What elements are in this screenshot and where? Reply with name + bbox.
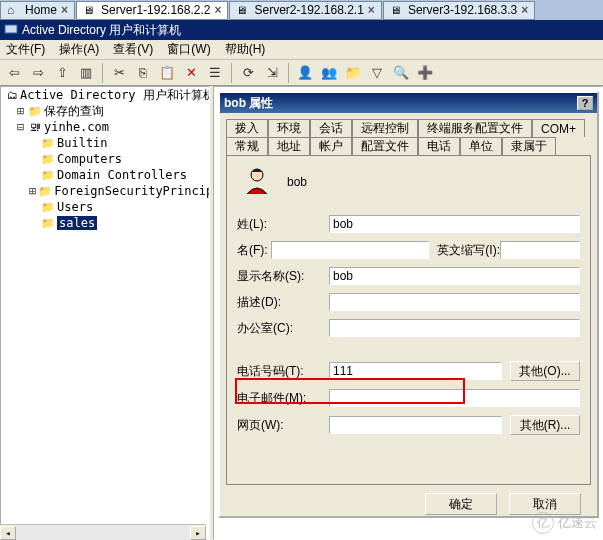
tab-container: 拨入 环境 会话 远程控制 终端服务配置文件 COM+ 常规 地址 帐户 配置文…: [226, 119, 591, 485]
close-icon[interactable]: ×: [61, 3, 68, 17]
refresh-button[interactable]: ⟳: [238, 63, 258, 83]
delete-button[interactable]: ✕: [181, 63, 201, 83]
tab-env[interactable]: 环境: [268, 119, 310, 137]
separator: [231, 63, 232, 83]
web-other-button[interactable]: 其他(R)...: [510, 415, 580, 435]
description-label: 描述(D):: [237, 294, 329, 311]
tab-com[interactable]: COM+: [532, 119, 585, 137]
initials-label: 英文缩写(I):: [437, 242, 500, 259]
server-icon: [83, 3, 97, 17]
scroll-track[interactable]: [16, 526, 190, 540]
expand-icon[interactable]: ⊞: [29, 184, 36, 198]
field-firstname: 名(F): 英文缩写(I):: [237, 241, 580, 259]
firstname-input[interactable]: [271, 241, 429, 259]
tree-saved-queries[interactable]: ⊞ 📁 保存的查询: [1, 103, 209, 119]
tab-phone-label: 电话: [427, 138, 451, 155]
field-email: 电子邮件(M):: [237, 389, 580, 407]
tab-row-front: 常规 地址 帐户 配置文件 电话 单位 隶属于: [226, 137, 591, 155]
new-group-button[interactable]: 👥: [319, 63, 339, 83]
tree-builtin[interactable]: 📁 Builtin: [1, 135, 209, 151]
tab-ts[interactable]: 终端服务配置文件: [418, 119, 532, 137]
close-icon[interactable]: ×: [214, 3, 221, 17]
back-button[interactable]: ⇦: [4, 63, 24, 83]
tab-remote[interactable]: 远程控制: [352, 119, 418, 137]
watermark-text: 亿速云: [558, 514, 597, 532]
tree-users[interactable]: 📁 Users: [1, 199, 209, 215]
tree-domain[interactable]: ⊟ 🖳 yinhe.com: [1, 119, 209, 135]
cut-button[interactable]: ✂: [109, 63, 129, 83]
tree-dcs[interactable]: 📁 Domain Controllers: [1, 167, 209, 183]
menu-help[interactable]: 帮助(H): [225, 41, 266, 58]
tree-fsp[interactable]: ⊞ 📁 ForeignSecurityPrincipals: [1, 183, 209, 199]
scroll-right-button[interactable]: ▸: [190, 526, 206, 540]
tab-server3-label: Server3-192.168.3.3: [408, 3, 517, 17]
description-input[interactable]: [329, 293, 580, 311]
menu-view[interactable]: 查看(V): [113, 41, 153, 58]
tab-address[interactable]: 地址: [268, 137, 310, 155]
tree-root[interactable]: 🗂 Active Directory 用户和计算机: [1, 87, 209, 103]
dialog-body: 拨入 环境 会话 远程控制 终端服务配置文件 COM+ 常规 地址 帐户 配置文…: [220, 113, 597, 516]
tree-fsp-label: ForeignSecurityPrincipals: [54, 184, 210, 198]
tree-sales[interactable]: 📁 sales: [1, 215, 209, 231]
user-display-name: bob: [287, 175, 307, 189]
folder-icon: 📁: [28, 104, 42, 118]
tab-server2-label: Server2-192.168.2.1: [254, 3, 363, 17]
paste-button[interactable]: 📋: [157, 63, 177, 83]
expand-icon[interactable]: ⊞: [15, 104, 26, 118]
close-icon[interactable]: ×: [521, 3, 528, 17]
tab-phone[interactable]: 电话: [418, 137, 460, 155]
scroll-left-button[interactable]: ◂: [0, 526, 16, 540]
displayname-input[interactable]: [329, 267, 580, 285]
tab-server2[interactable]: Server2-192.168.2.1 ×: [229, 1, 381, 20]
initials-input[interactable]: [500, 241, 580, 259]
tab-org[interactable]: 单位: [460, 137, 502, 155]
ou-icon: 📁: [41, 168, 55, 182]
phone-input[interactable]: [329, 362, 502, 380]
tab-home-label: Home: [25, 3, 57, 17]
up-button[interactable]: ⇧: [52, 63, 72, 83]
find-button[interactable]: 🔍: [391, 63, 411, 83]
email-input[interactable]: [329, 389, 580, 407]
tab-profile-label: 配置文件: [361, 138, 409, 155]
lastname-input[interactable]: [329, 215, 580, 233]
menu-file[interactable]: 文件(F): [6, 41, 45, 58]
export-button[interactable]: ⇲: [262, 63, 282, 83]
phone-other-button[interactable]: 其他(O)...: [510, 361, 580, 381]
close-icon[interactable]: ×: [368, 3, 375, 17]
show-hide-button[interactable]: ▥: [76, 63, 96, 83]
office-input[interactable]: [329, 319, 580, 337]
watermark-icon: 亿: [532, 512, 554, 534]
separator: [102, 63, 103, 83]
tree-users-label: Users: [57, 200, 93, 214]
tab-home[interactable]: Home ×: [0, 1, 75, 20]
filter-button[interactable]: ▽: [367, 63, 387, 83]
tree-computers[interactable]: 📁 Computers: [1, 151, 209, 167]
tab-profile[interactable]: 配置文件: [352, 137, 418, 155]
ok-button[interactable]: 确定: [425, 493, 497, 515]
tree-saved-label: 保存的查询: [44, 103, 104, 120]
tab-server3[interactable]: Server3-192.168.3.3 ×: [383, 1, 535, 20]
tab-member[interactable]: 隶属于: [502, 137, 556, 155]
tab-account[interactable]: 帐户: [310, 137, 352, 155]
tab-general-label: 常规: [235, 138, 259, 155]
help-button[interactable]: ?: [577, 96, 593, 110]
dialog-titlebar: bob 属性 ?: [220, 93, 597, 113]
tab-session[interactable]: 会话: [310, 119, 352, 137]
new-ou-button[interactable]: 📁: [343, 63, 363, 83]
tab-dialin[interactable]: 拨入: [226, 119, 268, 137]
collapse-icon[interactable]: ⊟: [15, 120, 26, 134]
properties-button[interactable]: ☰: [205, 63, 225, 83]
tree-pane[interactable]: 🗂 Active Directory 用户和计算机 ⊞ 📁 保存的查询 ⊟ 🖳 …: [0, 86, 210, 540]
domain-icon: 🖳: [28, 120, 42, 134]
menu-action[interactable]: 操作(A): [59, 41, 99, 58]
tab-server1[interactable]: Server1-192.168.2.2 ×: [76, 1, 228, 20]
forward-button[interactable]: ⇨: [28, 63, 48, 83]
mmc-titlebar: Active Directory 用户和计算机: [0, 20, 603, 40]
tab-general[interactable]: 常规: [226, 137, 268, 155]
add-to-group-button[interactable]: ➕: [415, 63, 435, 83]
web-input[interactable]: [329, 416, 502, 434]
menu-window[interactable]: 窗口(W): [167, 41, 210, 58]
tree-horizontal-scrollbar[interactable]: ◂ ▸: [0, 524, 206, 540]
new-user-button[interactable]: 👤: [295, 63, 315, 83]
copy-button[interactable]: ⎘: [133, 63, 153, 83]
